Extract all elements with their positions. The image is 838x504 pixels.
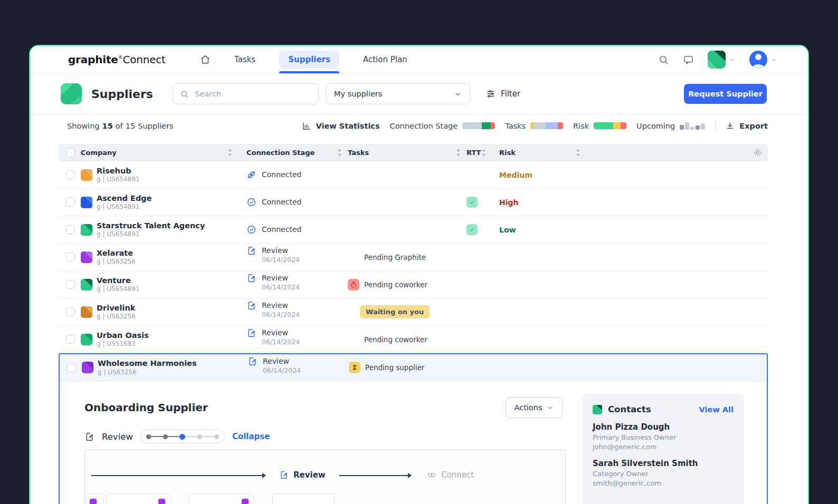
upcoming-bar [685,122,689,130]
logo-text-bold: graphite [68,53,118,66]
sort-icon[interactable] [481,149,487,157]
stage-label: Connected [262,225,301,234]
connection-stage-cell: Connected [238,161,348,188]
legend-tasks[interactable]: Tasks [505,122,563,130]
export-button[interactable]: Export [726,121,768,130]
page-title: Suppliers [91,88,153,101]
rtt-cell [466,189,490,216]
chevron-down-icon [729,56,736,63]
stepper-segment [185,436,197,438]
row-checkbox[interactable] [66,280,75,289]
table-row[interactable]: Drivelinkg | US63256Review06/14/2024Wait… [59,298,768,326]
company-name: Starstruck Talent Agency [97,221,205,231]
row-checkbox[interactable] [66,253,75,261]
chat-icon[interactable] [683,54,694,65]
company-id: g | US63256 [97,258,136,266]
timeline-card [189,493,254,504]
stepper-dot [163,434,168,439]
row-checkbox[interactable] [67,363,76,372]
timeline-arrow [339,475,411,476]
scope-select[interactable]: My suppliers [326,83,470,104]
home-icon[interactable] [200,54,211,65]
nav-item-suppliers[interactable]: Suppliers [279,46,339,73]
company-logo [81,334,92,345]
legend-risk[interactable]: Risk [573,122,626,130]
row-checkbox[interactable] [66,170,75,179]
row-checkbox[interactable] [66,307,75,316]
stage-label: Review [262,246,300,255]
row-checkbox[interactable] [66,198,75,207]
rtt-cell [466,271,490,298]
table-row[interactable]: Urban Oasisg | US51683Review06/14/2024Pe… [59,326,768,353]
row-checkbox[interactable] [66,225,75,234]
stage-label: Connected [262,197,301,207]
company-text: Xelarateg | US63256 [97,248,136,266]
risk-level: Low [499,226,516,234]
row-checkbox[interactable] [66,335,75,344]
actions-button[interactable]: Actions [506,397,563,418]
search-icon[interactable] [658,54,669,65]
filter-button[interactable]: Filter [483,89,523,99]
company-text: Starstruck Talent Agencyg | US654891 [97,221,205,239]
column-label: Connection Stage [246,149,315,157]
sort-icon[interactable] [227,149,233,157]
column-header-risk: Risk [490,144,586,161]
filler-cell [586,189,747,216]
view-statistics-button[interactable]: View Statistics [302,121,380,131]
legend-bar [594,122,626,129]
table-row[interactable]: Starstruck Talent Agencyg | US654891Conn… [59,216,768,244]
sort-icon[interactable] [455,149,461,157]
review-icon [246,246,256,256]
logo-text-light: Connect [122,53,165,66]
table-row[interactable]: Xelarateg | US63256Review06/14/2024Pendi… [59,244,768,271]
download-icon [726,121,735,130]
upcoming-legend[interactable]: Upcoming [636,122,705,130]
tasks-cell [348,189,466,216]
collapse-link[interactable]: Collapse [232,432,270,441]
contact-entry: Sarah Silverstein SmithCategory Ownersmi… [593,459,734,487]
scope-select-value: My suppliers [334,90,382,98]
gear-icon[interactable] [753,148,762,157]
table-row[interactable]: Ascend Edgeg | US654891ConnectedHigh [59,189,768,216]
suppliers-page-icon [61,83,82,104]
connection-stage-cell: Connected [238,216,348,243]
stepper-segment [202,436,214,438]
chevron-down-icon [547,404,554,411]
column-header-filler [586,144,747,161]
panel-title: Onboarding Supplier [84,401,208,414]
sort-icon[interactable] [575,149,581,157]
view-all-link[interactable]: View All [699,405,734,414]
company-id: g | US63256 [98,369,197,376]
task-status-text: Pending Graphite [364,253,426,261]
select-all-checkbox[interactable] [66,148,75,157]
row-select-cell [59,271,81,298]
search-input[interactable] [194,89,311,99]
stage-date: 06/14/2024 [262,338,300,346]
stage-text: Connected [262,225,301,234]
app-logo: graphite®Connect [68,53,166,66]
sort-icon[interactable] [337,149,342,157]
connection-stage-cell: Review06/14/2024 [238,296,348,327]
task-icon-chip [348,279,359,290]
upcoming-label: Upcoming [636,122,675,130]
timeline-stage-label: Connect [441,470,474,480]
org-switcher[interactable] [708,51,736,69]
bar-chart-icon [302,121,311,131]
legend-connection-stage[interactable]: Connection Stage [390,122,496,130]
table-row[interactable]: Ventureg | US654891Review06/14/2024Pendi… [59,271,768,298]
user-menu[interactable] [749,51,777,69]
table-row[interactable]: Wholesome Harmoniesg | US63256Review06/1… [60,354,767,381]
hourglass-icon [351,364,358,371]
nav-item-tasks[interactable]: Tasks [225,46,264,73]
request-supplier-button[interactable]: Request Supplier [684,84,767,104]
table-row[interactable]: Risehubg | US654891ConnectedMedium [59,161,768,189]
stage-text: Review06/14/2024 [262,301,300,318]
risk-cell [490,298,586,325]
check-icon [469,199,475,206]
row-select-cell [59,326,81,353]
export-label: Export [739,122,768,130]
company-cell: Ventureg | US654891 [81,271,238,298]
nav-item-action-plan[interactable]: Action Plan [354,46,416,73]
actions-label: Actions [515,403,542,412]
supplier-search[interactable] [173,83,319,104]
